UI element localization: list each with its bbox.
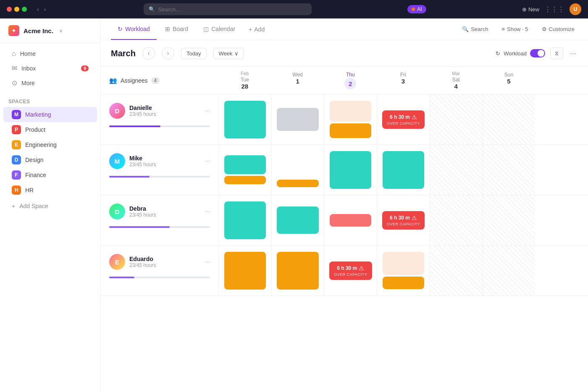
sidebar-nav: ⌂ Home ✉ Inbox 9 ⊙ More	[0, 43, 100, 94]
ai-badge[interactable]: AI	[407, 5, 426, 13]
sidebar-item-hr[interactable]: H HR	[3, 183, 97, 198]
global-search-input[interactable]	[158, 6, 307, 13]
back-button[interactable]: ‹	[35, 5, 41, 13]
task-block[interactable]	[330, 101, 371, 122]
sidebar-item-finance[interactable]: F Finance	[3, 167, 97, 183]
task-block[interactable]	[383, 151, 424, 189]
new-button[interactable]: ⊕ New	[522, 6, 539, 13]
search-toolbar-btn[interactable]: 🔍 Search	[459, 24, 491, 35]
task-block[interactable]	[277, 180, 318, 187]
person-hours: 23/45 hours	[129, 111, 200, 117]
close-window[interactable]	[7, 7, 12, 12]
prev-month-button[interactable]: ‹	[142, 47, 155, 60]
workload-toggle[interactable]	[530, 49, 545, 57]
task-block[interactable]	[277, 252, 318, 290]
space-label: Design	[25, 157, 44, 163]
user-avatar[interactable]: U	[570, 3, 581, 15]
more-options-button[interactable]: ···	[568, 47, 578, 60]
task-block[interactable]	[224, 252, 266, 290]
cal-cell-weekend	[483, 94, 536, 144]
sidebar-item-inbox[interactable]: ✉ Inbox 9	[3, 61, 97, 76]
over-capacity-block[interactable]: 6 h 30 m ⚠ OVER CAPACITY	[329, 261, 372, 280]
add-tab-icon: +	[249, 26, 252, 33]
workload-toggle-area: ↻ Workload	[496, 49, 545, 57]
progress-bar-fill	[109, 277, 134, 278]
person-info-mike: M Mike 23/45 hours ···	[101, 145, 218, 195]
over-capacity-block[interactable]: 6 h 30 m ⚠ OVER CAPACITY	[382, 110, 425, 129]
cal-cell: 6 h 30 m ⚠ OVER CAPACITY	[377, 195, 430, 245]
show-toolbar-btn[interactable]: ≡ Show · 5	[498, 24, 531, 35]
tab-workload[interactable]: ↻ Workload	[111, 18, 157, 40]
calendar-area: 👥 Assignees 4 Feb Tue 28 Wed 1 Thu	[101, 67, 588, 392]
task-block[interactable]	[224, 155, 266, 174]
next-month-button[interactable]: ›	[162, 47, 174, 60]
customize-label: Customize	[549, 26, 575, 32]
brand-star-icon: ✦	[11, 27, 16, 34]
space-label: Finance	[25, 172, 46, 178]
filter-button[interactable]: ⧖	[550, 47, 563, 59]
cal-cell	[271, 195, 324, 245]
cal-cell-weekend	[430, 246, 483, 295]
person-menu-button[interactable]: ···	[205, 157, 210, 165]
person-menu-button[interactable]: ···	[205, 208, 210, 215]
task-block[interactable]	[383, 277, 424, 289]
cal-cell	[377, 246, 430, 295]
add-tab-button[interactable]: + Add	[244, 18, 270, 40]
task-block[interactable]	[224, 201, 266, 239]
assignees-header-cell: 👥 Assignees 4	[101, 67, 218, 94]
brand-area[interactable]: ✦ Acme Inc. ∨	[0, 18, 100, 43]
cal-cell	[218, 94, 271, 144]
cal-cell	[218, 195, 271, 245]
topbar-right: ⊕ New ⋮⋮⋮ U	[522, 3, 581, 15]
sidebar-home-label: Home	[20, 50, 36, 57]
person-hours: 23/45 hours	[129, 262, 200, 268]
tab-calendar[interactable]: ◫ Calendar	[197, 18, 242, 40]
global-search-bar[interactable]: 🔍	[144, 3, 312, 15]
window-controls	[7, 7, 27, 12]
task-block[interactable]	[224, 176, 266, 184]
add-tab-label: Add	[254, 26, 265, 33]
task-block[interactable]	[277, 206, 318, 234]
spaces-list: M Marketing P Product E Engineering D De…	[0, 107, 100, 198]
over-capacity-block[interactable]: 6 h 30 m ⚠ OVER CAPACITY	[382, 211, 425, 230]
grid-icon[interactable]: ⋮⋮⋮	[544, 5, 564, 13]
person-top: M Mike 23/45 hours ···	[109, 153, 210, 169]
maximize-window[interactable]	[22, 7, 27, 12]
sidebar-item-engineering[interactable]: E Engineering	[3, 137, 97, 152]
sidebar-item-design[interactable]: D Design	[3, 152, 97, 167]
person-details: Eduardo 23/45 hours	[129, 256, 200, 268]
cal-cell-weekend	[430, 145, 483, 195]
person-name: Danielle	[129, 105, 200, 111]
person-menu-button[interactable]: ···	[205, 107, 210, 115]
week-label: Week	[219, 50, 233, 57]
progress-bar-bg	[109, 176, 210, 178]
add-space-button[interactable]: + Add Space	[3, 199, 97, 213]
today-button[interactable]: Today	[181, 48, 207, 59]
week-dropdown[interactable]: Week ∨	[213, 48, 244, 59]
cal-cell	[218, 145, 271, 195]
sidebar-item-home[interactable]: ⌂ Home	[3, 47, 97, 61]
task-block[interactable]	[224, 101, 266, 139]
task-block[interactable]	[330, 123, 371, 138]
plus-icon: +	[12, 203, 15, 209]
task-block[interactable]	[277, 108, 318, 131]
task-block[interactable]	[383, 252, 424, 275]
space-dot: D	[12, 155, 21, 165]
tab-board[interactable]: ⊞ Board	[158, 18, 195, 40]
task-block[interactable]	[330, 151, 371, 189]
cal-cell	[271, 94, 324, 144]
sidebar-item-marketing[interactable]: M Marketing	[3, 107, 97, 122]
person-progress	[109, 224, 210, 228]
minimize-window[interactable]	[14, 7, 19, 12]
task-block[interactable]	[330, 214, 371, 227]
person-menu-button[interactable]: ···	[205, 258, 210, 266]
cal-header-fri3: Fri 3	[377, 67, 430, 94]
person-progress	[109, 123, 210, 127]
avatar: D	[109, 204, 125, 220]
customize-toolbar-btn[interactable]: ⚙ Customize	[538, 24, 578, 35]
show-icon: ≡	[501, 26, 505, 32]
sidebar-item-product[interactable]: P Product	[3, 122, 97, 137]
sidebar-item-more[interactable]: ⊙ More	[3, 76, 97, 90]
forward-button[interactable]: ›	[42, 5, 48, 13]
cal-header-thu2: Thu 2	[324, 67, 377, 94]
